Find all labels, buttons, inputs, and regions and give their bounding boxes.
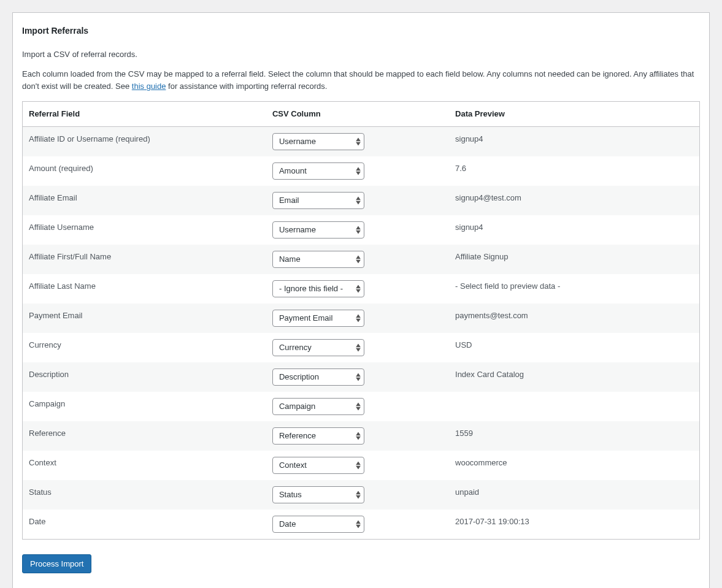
referral-field-label: Amount (required) bbox=[23, 156, 266, 186]
csv-column-select-wrap: Username bbox=[272, 133, 364, 150]
csv-column-select[interactable]: Currency bbox=[272, 339, 364, 356]
page-title: Import Referrals bbox=[22, 13, 700, 41]
csv-column-select-wrap: Status bbox=[272, 486, 364, 503]
csv-column-select[interactable]: Reference bbox=[272, 427, 364, 445]
referral-field-label: Affiliate First/Full Name bbox=[23, 245, 266, 274]
table-row: Affiliate First/Full NameNameAffiliate S… bbox=[23, 245, 700, 274]
csv-column-cell: Currency bbox=[266, 333, 449, 362]
csv-column-select-wrap: Reference bbox=[272, 427, 364, 445]
csv-column-select-wrap: Date bbox=[272, 516, 364, 533]
table-row: DateDate2017-07-31 19:00:13 bbox=[23, 510, 700, 540]
csv-column-select[interactable]: Date bbox=[272, 516, 364, 533]
data-preview-value: 7.6 bbox=[449, 156, 699, 186]
table-row: ContextContextwoocommerce bbox=[23, 451, 700, 480]
csv-column-select[interactable]: Campaign bbox=[272, 398, 364, 415]
csv-column-cell: Status bbox=[266, 480, 449, 510]
csv-column-select[interactable]: Amount bbox=[272, 162, 364, 180]
csv-column-cell: Username bbox=[266, 215, 449, 245]
referral-field-label: Reference bbox=[23, 421, 266, 451]
csv-column-select-wrap: Email bbox=[272, 192, 364, 209]
referral-field-label: Context bbox=[23, 451, 266, 480]
data-preview-value: 2017-07-31 19:00:13 bbox=[449, 510, 699, 540]
process-import-button[interactable]: Process Import bbox=[22, 554, 91, 573]
intro-text: Import a CSV of referral records. bbox=[22, 48, 700, 61]
csv-column-cell: Payment Email bbox=[266, 304, 449, 333]
csv-column-select[interactable]: Username bbox=[272, 221, 364, 239]
csv-column-select-wrap: Name bbox=[272, 251, 364, 268]
referral-field-label: Description bbox=[23, 362, 266, 392]
csv-column-select-wrap: Context bbox=[272, 457, 364, 474]
csv-column-select[interactable]: Payment Email bbox=[272, 310, 364, 327]
data-preview-value: Affiliate Signup bbox=[449, 245, 699, 274]
csv-column-select[interactable]: Email bbox=[272, 192, 364, 209]
header-csv-column: CSV Column bbox=[266, 102, 449, 127]
data-preview-value: woocommerce bbox=[449, 451, 699, 480]
referral-field-label: Affiliate Email bbox=[23, 186, 266, 215]
table-row: DescriptionDescriptionIndex Card Catalog bbox=[23, 362, 700, 392]
header-data-preview: Data Preview bbox=[449, 102, 699, 127]
table-row: Amount (required)Amount7.6 bbox=[23, 156, 700, 186]
csv-column-select-wrap: Username bbox=[272, 221, 364, 239]
csv-column-select-wrap: Amount bbox=[272, 162, 364, 180]
csv-column-select[interactable]: Status bbox=[272, 486, 364, 503]
csv-column-select-wrap: - Ignore this field - bbox=[272, 280, 364, 297]
table-row: Affiliate EmailEmailsignup4@test.com bbox=[23, 186, 700, 215]
table-row: CampaignCampaign bbox=[23, 392, 700, 421]
data-preview-value bbox=[449, 392, 699, 421]
csv-column-select[interactable]: Description bbox=[272, 368, 364, 386]
table-row: Affiliate ID or Username (required)Usern… bbox=[23, 126, 700, 156]
table-row: Affiliate Last Name- Ignore this field -… bbox=[23, 274, 700, 304]
data-preview-value: signup4 bbox=[449, 215, 699, 245]
import-referrals-card: Import Referrals Import a CSV of referra… bbox=[12, 12, 710, 588]
data-preview-value: USD bbox=[449, 333, 699, 362]
header-referral-field: Referral Field bbox=[23, 102, 266, 127]
csv-column-cell: Username bbox=[266, 126, 449, 156]
table-row: CurrencyCurrencyUSD bbox=[23, 333, 700, 362]
instructions-post: for assistance with importing referral r… bbox=[166, 82, 327, 91]
csv-column-cell: Amount bbox=[266, 156, 449, 186]
data-preview-value: Index Card Catalog bbox=[449, 362, 699, 392]
data-preview-value: 1559 bbox=[449, 421, 699, 451]
referral-field-label: Status bbox=[23, 480, 266, 510]
referral-field-label: Affiliate Last Name bbox=[23, 274, 266, 304]
instructions-pre: Each column loaded from the CSV may be m… bbox=[22, 69, 694, 91]
csv-column-select-wrap: Currency bbox=[272, 339, 364, 356]
referral-field-label: Affiliate ID or Username (required) bbox=[23, 126, 266, 156]
guide-link[interactable]: this guide bbox=[132, 82, 166, 91]
referral-field-label: Campaign bbox=[23, 392, 266, 421]
referral-field-label: Payment Email bbox=[23, 304, 266, 333]
referral-field-label: Date bbox=[23, 510, 266, 540]
table-row: StatusStatusunpaid bbox=[23, 480, 700, 510]
data-preview-value: unpaid bbox=[449, 480, 699, 510]
data-preview-value: - Select field to preview data - bbox=[449, 274, 699, 304]
csv-column-select[interactable]: Username bbox=[272, 133, 364, 150]
csv-column-select[interactable]: Name bbox=[272, 251, 364, 268]
csv-column-cell: - Ignore this field - bbox=[266, 274, 449, 304]
csv-column-cell: Context bbox=[266, 451, 449, 480]
csv-column-select-wrap: Campaign bbox=[272, 398, 364, 415]
data-preview-value: signup4 bbox=[449, 126, 699, 156]
csv-column-cell: Date bbox=[266, 510, 449, 540]
table-row: Affiliate UsernameUsernamesignup4 bbox=[23, 215, 700, 245]
csv-column-select[interactable]: Context bbox=[272, 457, 364, 474]
table-row: Payment EmailPayment Emailpayments@test.… bbox=[23, 304, 700, 333]
table-row: ReferenceReference1559 bbox=[23, 421, 700, 451]
csv-column-cell: Name bbox=[266, 245, 449, 274]
referral-field-label: Affiliate Username bbox=[23, 215, 266, 245]
mapping-table: Referral Field CSV Column Data Preview A… bbox=[22, 101, 700, 540]
data-preview-value: payments@test.com bbox=[449, 304, 699, 333]
csv-column-select[interactable]: - Ignore this field - bbox=[272, 280, 364, 297]
instructions-text: Each column loaded from the CSV may be m… bbox=[22, 68, 700, 93]
data-preview-value: signup4@test.com bbox=[449, 186, 699, 215]
csv-column-select-wrap: Payment Email bbox=[272, 310, 364, 327]
referral-field-label: Currency bbox=[23, 333, 266, 362]
csv-column-cell: Campaign bbox=[266, 392, 449, 421]
csv-column-select-wrap: Description bbox=[272, 368, 364, 386]
csv-column-cell: Description bbox=[266, 362, 449, 392]
csv-column-cell: Email bbox=[266, 186, 449, 215]
csv-column-cell: Reference bbox=[266, 421, 449, 451]
